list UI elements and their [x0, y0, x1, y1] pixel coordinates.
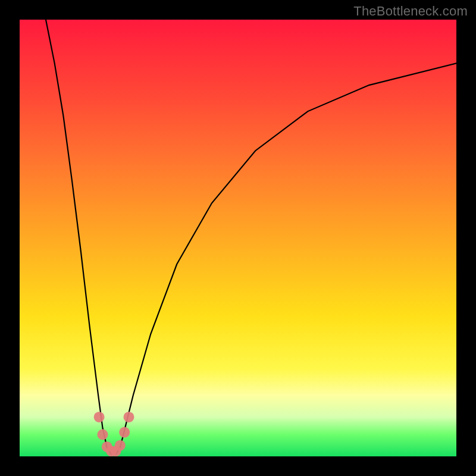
- svg-point-6: [119, 427, 130, 438]
- highlight-markers: [94, 412, 134, 456]
- svg-point-1: [98, 429, 108, 440]
- bottleneck-curve: [46, 20, 456, 454]
- chart-frame: TheBottleneck.com: [0, 0, 476, 476]
- svg-point-0: [94, 412, 105, 422]
- watermark-text: TheBottleneck.com: [353, 4, 468, 19]
- curve-layer: [20, 20, 456, 456]
- svg-point-7: [124, 412, 134, 422]
- svg-point-5: [115, 440, 126, 451]
- plot-area: [20, 20, 456, 456]
